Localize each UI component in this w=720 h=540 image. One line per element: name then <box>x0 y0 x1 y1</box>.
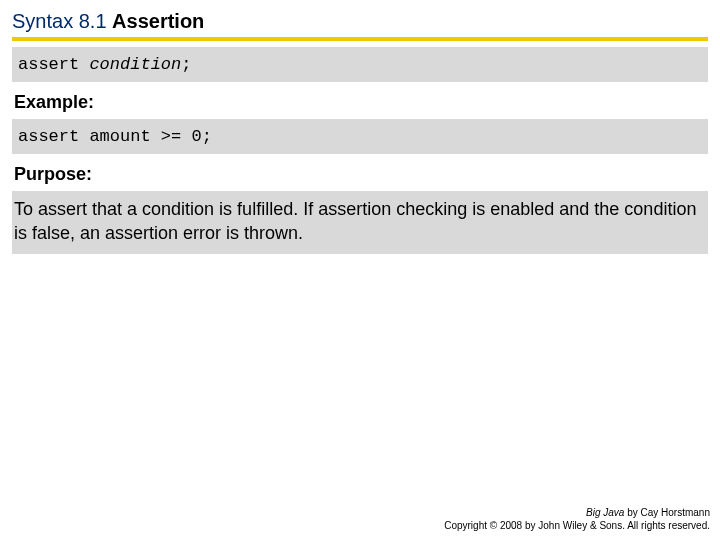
example-block: assert amount >= 0; <box>12 119 708 154</box>
purpose-label: Purpose: <box>12 158 708 191</box>
footer: Big Java by Cay Horstmann Copyright © 20… <box>444 506 710 532</box>
title-bar: Syntax 8.1 Assertion <box>12 10 708 41</box>
syntax-condition: condition <box>89 55 181 74</box>
example-label: Example: <box>12 86 708 119</box>
footer-author: by Cay Horstmann <box>624 507 710 518</box>
syntax-keyword: assert <box>18 55 89 74</box>
purpose-block: To assert that a condition is fulfilled.… <box>12 191 708 254</box>
footer-book: Big Java <box>586 507 624 518</box>
syntax-block: assert condition; <box>12 47 708 82</box>
title-prefix: Syntax 8.1 <box>12 10 107 32</box>
footer-line1: Big Java by Cay Horstmann <box>444 506 710 519</box>
example-code: assert amount >= 0; <box>18 127 212 146</box>
purpose-text: To assert that a condition is fulfilled.… <box>14 199 696 243</box>
slide-title: Syntax 8.1 Assertion <box>12 10 708 33</box>
footer-copyright: Copyright © 2008 by John Wiley & Sons. A… <box>444 519 710 532</box>
syntax-terminator: ; <box>181 55 191 74</box>
title-suffix: Assertion <box>112 10 204 32</box>
